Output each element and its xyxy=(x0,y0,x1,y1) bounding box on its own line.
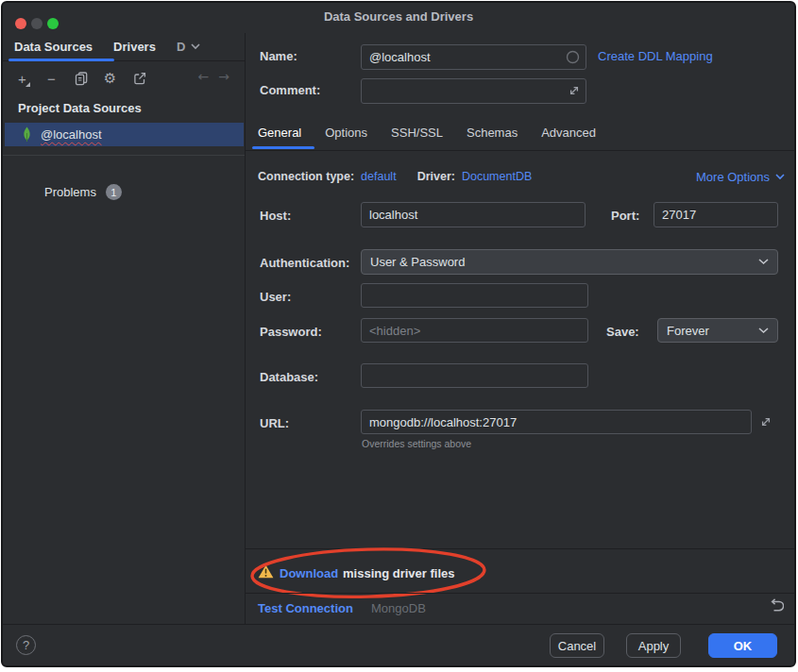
host-label: Host: xyxy=(260,209,291,223)
active-tab-underline xyxy=(8,59,114,61)
data-source-name: @localhost xyxy=(41,127,102,142)
title-bar: Data Sources and Drivers xyxy=(3,3,794,33)
revert-icon[interactable] xyxy=(768,598,784,614)
comment-input[interactable] xyxy=(361,78,586,104)
chevron-down-icon xyxy=(758,328,769,334)
password-input[interactable] xyxy=(361,318,588,343)
duplicate-icon[interactable] xyxy=(73,71,89,87)
active-detail-tab-underline xyxy=(252,146,314,149)
chevron-down-icon xyxy=(775,174,785,180)
authentication-select[interactable]: User & Password xyxy=(361,249,778,275)
warning-text: missing driver files xyxy=(343,566,455,580)
back-arrow-icon[interactable]: ← xyxy=(198,69,210,88)
warning-triangle-icon xyxy=(258,564,274,579)
settings-gear-icon[interactable]: ⚙ xyxy=(102,71,118,87)
warning-divider xyxy=(246,548,794,549)
more-options-link[interactable]: More Options xyxy=(696,170,785,184)
comment-label: Comment: xyxy=(260,83,320,97)
test-row-divider xyxy=(246,593,794,594)
sidebar-toolbar: + − ⚙ xyxy=(14,69,147,88)
database-label: Database: xyxy=(260,370,318,384)
driver-badge: MongoDB xyxy=(371,601,426,615)
tab-ddl-mappings[interactable]: D xyxy=(177,40,200,54)
user-input[interactable] xyxy=(361,283,588,308)
tab-advanced[interactable]: Advanced xyxy=(541,126,596,140)
help-button[interactable]: ? xyxy=(16,635,36,655)
history-nav: ← → xyxy=(198,69,229,88)
tab-schemas[interactable]: Schemas xyxy=(467,126,518,140)
connection-type-value[interactable]: default xyxy=(361,170,397,183)
host-input[interactable] xyxy=(361,202,586,227)
test-connection-link[interactable]: Test Connection xyxy=(258,601,353,615)
regenerate-name-icon xyxy=(566,50,580,64)
tab-options[interactable]: Options xyxy=(325,126,367,140)
name-label: Name: xyxy=(260,49,297,63)
detail-tab-strip: General Options SSH/SSL Schemas Advanced xyxy=(258,126,596,140)
sidebar-separator xyxy=(3,155,245,156)
download-driver-link[interactable]: Download xyxy=(280,566,338,580)
url-input[interactable] xyxy=(361,410,752,434)
chevron-down-icon xyxy=(191,43,200,50)
user-label: User: xyxy=(260,290,291,304)
ok-button[interactable]: OK xyxy=(708,633,777,658)
dropdown-corner-icon xyxy=(25,82,30,87)
database-input[interactable] xyxy=(361,363,588,388)
create-ddl-mapping-link[interactable]: Create DDL Mapping xyxy=(598,49,713,63)
remove-data-source-icon[interactable]: − xyxy=(43,71,59,87)
data-sources-dialog: Data Sources and Drivers Data Sources Dr… xyxy=(1,1,796,667)
problems-item[interactable]: Problems 1 xyxy=(44,184,122,200)
open-in-new-icon[interactable] xyxy=(131,71,147,87)
problems-count-badge: 1 xyxy=(106,184,122,200)
chevron-down-icon xyxy=(758,259,769,265)
tab-data-sources[interactable]: Data Sources xyxy=(14,40,93,54)
name-input[interactable] xyxy=(361,44,586,70)
sidebar: Data Sources Drivers D + − xyxy=(3,33,246,624)
mongodb-leaf-icon xyxy=(22,126,32,143)
expand-editor-icon[interactable] xyxy=(568,84,581,97)
url-hint: Overrides settings above xyxy=(362,438,471,449)
tab-drivers[interactable]: Drivers xyxy=(113,40,156,54)
problems-label: Problems xyxy=(44,185,96,199)
cancel-button[interactable]: Cancel xyxy=(550,633,604,658)
project-data-sources-header: Project Data Sources xyxy=(18,101,142,115)
save-label: Save: xyxy=(606,325,639,339)
window-title: Data Sources and Drivers xyxy=(3,3,794,31)
authentication-value: User & Password xyxy=(370,255,465,269)
tab-general[interactable]: General xyxy=(258,126,301,140)
driver-label: Driver: xyxy=(417,170,455,183)
add-data-source-icon[interactable]: + xyxy=(14,71,30,87)
save-value: Forever xyxy=(667,324,709,338)
driver-value-link[interactable]: DocumentDB xyxy=(462,170,532,183)
connection-type-label: Connection type: xyxy=(258,170,354,183)
data-source-row-localhost[interactable]: @localhost xyxy=(5,123,244,146)
authentication-label: Authentication: xyxy=(260,256,349,270)
apply-button[interactable]: Apply xyxy=(626,633,681,658)
port-label: Port: xyxy=(611,209,639,223)
connection-type-row: Connection type: default Driver: Documen… xyxy=(258,170,532,183)
forward-arrow-icon[interactable]: → xyxy=(218,69,229,88)
save-select[interactable]: Forever xyxy=(657,318,778,343)
password-label: Password: xyxy=(260,325,322,339)
port-input[interactable] xyxy=(654,202,778,227)
tabs-divider xyxy=(246,150,794,151)
expand-url-icon[interactable] xyxy=(759,415,773,428)
tab-ssh-ssl[interactable]: SSH/SSL xyxy=(391,126,443,140)
sidebar-tab-strip: Data Sources Drivers D xyxy=(3,33,245,61)
footer-bar: ? Cancel Apply OK xyxy=(3,624,794,665)
url-label: URL: xyxy=(260,416,289,430)
